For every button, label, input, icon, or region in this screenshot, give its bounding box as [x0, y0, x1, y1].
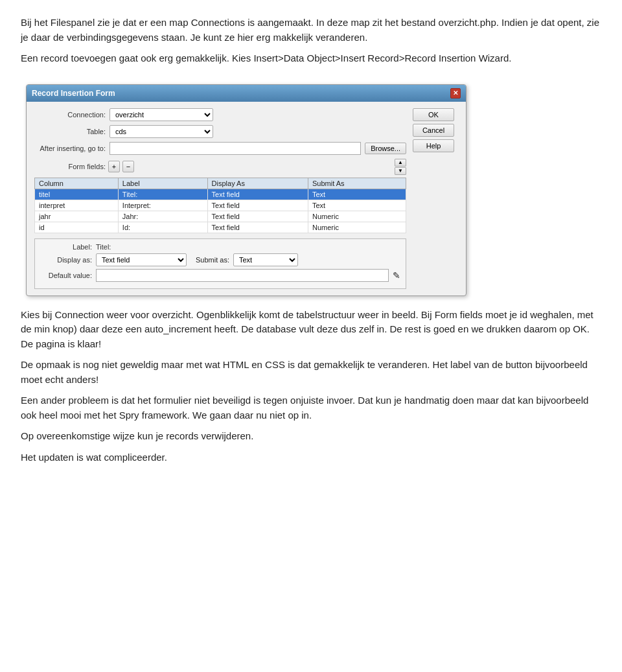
connection-label: Connection:	[34, 111, 106, 119]
dialog-sidebar: OK Cancel Help	[413, 108, 458, 289]
paragraph-after-2: De opmaak is nog niet geweldig maar met …	[21, 358, 601, 387]
dialog-close-button[interactable]: ✕	[450, 88, 461, 98]
default-value-row: Default value: ✎	[40, 269, 400, 282]
table-label: Table:	[34, 128, 106, 135]
paragraph-after-1: Kies bij Connection weer voor overzicht.…	[21, 308, 601, 352]
scroll-down-button[interactable]: ▼	[395, 167, 406, 175]
dialog-wrapper: Record Insertion Form ✕ Connection: over…	[26, 84, 466, 296]
connection-row: Connection: overzicht	[34, 108, 406, 121]
fields-table: Column Label Display As Submit As titelT…	[34, 178, 406, 233]
display-as-label: Display as:	[40, 256, 92, 264]
scroll-up-button[interactable]: ▲	[395, 159, 406, 167]
remove-field-button[interactable]: −	[122, 161, 134, 172]
submit-as-select[interactable]: Text	[233, 253, 298, 266]
record-insertion-dialog: Record Insertion Form ✕ Connection: over…	[26, 84, 466, 296]
table-row[interactable]: jahrJahr:Text fieldNumeric	[35, 211, 406, 222]
fields-controls: Form fields: + − ▲ ▼	[34, 159, 406, 175]
paragraph-after-3: Een ander probleem is dat het formulier …	[21, 393, 601, 423]
label-row: Label: Titel:	[40, 243, 400, 251]
table-select[interactable]: cds	[109, 125, 213, 138]
display-as-select[interactable]: Text field	[96, 253, 187, 266]
add-field-button[interactable]: +	[108, 161, 120, 172]
browse-button[interactable]: Browse...	[365, 143, 406, 154]
submit-as-label: Submit as:	[196, 256, 229, 264]
form-fields-label: Form fields:	[34, 163, 106, 170]
help-button[interactable]: Help	[413, 139, 454, 152]
default-value-input[interactable]	[96, 269, 389, 282]
form-fields-section: Form fields: + − ▲ ▼ Column	[34, 159, 406, 233]
bottom-form: Label: Titel: Display as: Text field Sub…	[34, 238, 406, 289]
cancel-button[interactable]: Cancel	[413, 124, 454, 137]
edit-icon[interactable]: ✎	[393, 270, 400, 281]
default-value-label: Default value:	[40, 272, 92, 279]
dialog-body: Connection: overzicht Table: cds After i…	[27, 102, 466, 295]
connection-select[interactable]: overzicht	[109, 108, 213, 121]
after-inserting-row: After inserting, go to: Browse...	[34, 142, 406, 155]
table-row[interactable]: interpretInterpret:Text fieldText	[35, 200, 406, 211]
ok-button[interactable]: OK	[413, 108, 454, 121]
dialog-titlebar: Record Insertion Form ✕	[27, 85, 466, 102]
dialog-main: Connection: overzicht Table: cds After i…	[34, 108, 406, 289]
dialog-title: Record Insertion Form	[32, 89, 115, 98]
col-header-column: Column	[35, 178, 119, 189]
label-field-value: Titel:	[96, 243, 111, 251]
table-row-form: Table: cds	[34, 125, 406, 138]
paragraph-1: Bij het Filespanel zie je dat er een map…	[21, 16, 601, 45]
scroll-buttons: ▲ ▼	[395, 159, 406, 175]
col-header-label: Label	[118, 178, 207, 189]
paragraph-2: Een record toevoegen gaat ook erg gemakk…	[21, 51, 601, 66]
after-inserting-label: After inserting, go to:	[34, 145, 106, 152]
table-row[interactable]: titelTitel:Text fieldText	[35, 189, 406, 200]
paragraph-after-4: Op overeenkomstige wijze kun je records …	[21, 429, 601, 444]
table-row[interactable]: idId:Text fieldNumeric	[35, 222, 406, 233]
after-inserting-input[interactable]	[109, 142, 361, 155]
col-header-submit-as: Submit As	[308, 178, 406, 189]
label-field-label: Label:	[40, 243, 92, 251]
paragraph-after-5: Het updaten is wat compliceerder.	[21, 450, 601, 465]
col-header-display-as: Display As	[207, 178, 308, 189]
display-as-row: Display as: Text field Submit as: Text	[40, 253, 400, 266]
